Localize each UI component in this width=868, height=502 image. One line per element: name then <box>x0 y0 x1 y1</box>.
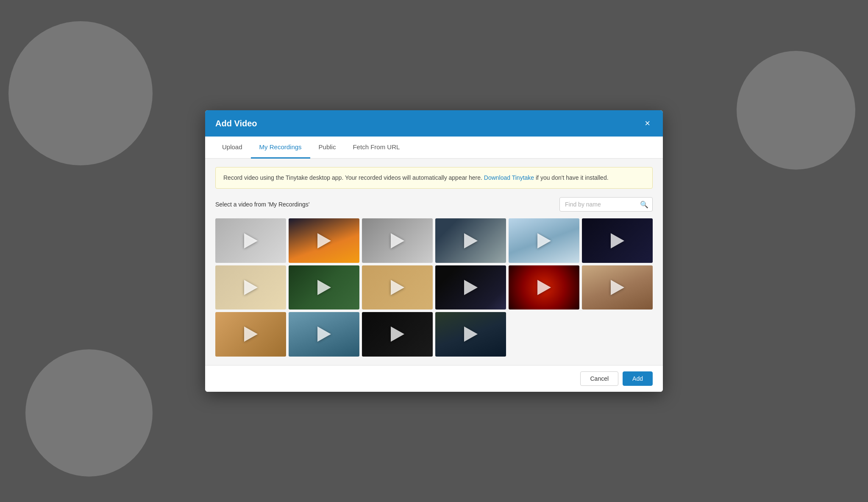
video-thumb-11[interactable] <box>509 265 579 310</box>
background-blob-2 <box>25 349 153 477</box>
video-thumb-15[interactable] <box>362 312 433 356</box>
modal-title: Add Video <box>215 119 257 128</box>
video-thumb-7[interactable] <box>215 265 286 310</box>
video-thumb-1[interactable] <box>215 218 286 262</box>
search-box: 🔍 <box>559 197 653 212</box>
cancel-button[interactable]: Cancel <box>580 371 618 386</box>
background-blob-3 <box>737 51 855 170</box>
info-text-before: Record video using the Tinytake desktop … <box>223 174 484 181</box>
search-row: Select a video from 'My Recordings' 🔍 <box>215 197 653 212</box>
video-thumb-8[interactable] <box>289 265 359 310</box>
tab-upload[interactable]: Upload <box>214 137 251 159</box>
video-thumb-5[interactable] <box>509 218 579 262</box>
video-thumb-4[interactable] <box>435 218 506 262</box>
video-thumb-13[interactable] <box>215 312 286 356</box>
tab-bar: Upload My Recordings Public Fetch From U… <box>205 137 663 159</box>
add-video-modal: Add Video × Upload My Recordings Public … <box>205 110 663 391</box>
modal-header: Add Video × <box>205 110 663 137</box>
tab-fetch-from-url[interactable]: Fetch From URL <box>344 137 408 159</box>
video-thumb-6[interactable] <box>582 218 653 262</box>
info-banner: Record video using the Tinytake desktop … <box>215 167 653 189</box>
search-icon: 🔍 <box>640 201 648 208</box>
video-thumb-16[interactable] <box>435 312 506 356</box>
download-tinytake-link[interactable]: Download Tinytake <box>484 174 534 181</box>
search-input[interactable] <box>559 197 653 212</box>
modal-footer: Cancel Add <box>205 365 663 392</box>
close-button[interactable]: × <box>642 118 653 129</box>
video-thumb-3[interactable] <box>362 218 433 262</box>
video-thumb-14[interactable] <box>289 312 359 356</box>
tab-my-recordings[interactable]: My Recordings <box>251 137 310 159</box>
video-thumb-9[interactable] <box>362 265 433 310</box>
info-text-after: if you don't have it installed. <box>534 174 608 181</box>
search-label: Select a video from 'My Recordings' <box>215 201 309 208</box>
video-thumb-2[interactable] <box>289 218 359 262</box>
add-button[interactable]: Add <box>623 371 653 386</box>
video-grid <box>215 218 653 356</box>
search-icon-button[interactable]: 🔍 <box>640 201 648 209</box>
video-thumb-12[interactable] <box>582 265 653 310</box>
background-blob-1 <box>8 21 153 165</box>
video-thumb-10[interactable] <box>435 265 506 310</box>
tab-public[interactable]: Public <box>310 137 345 159</box>
modal-body: Record video using the Tinytake desktop … <box>205 159 663 365</box>
